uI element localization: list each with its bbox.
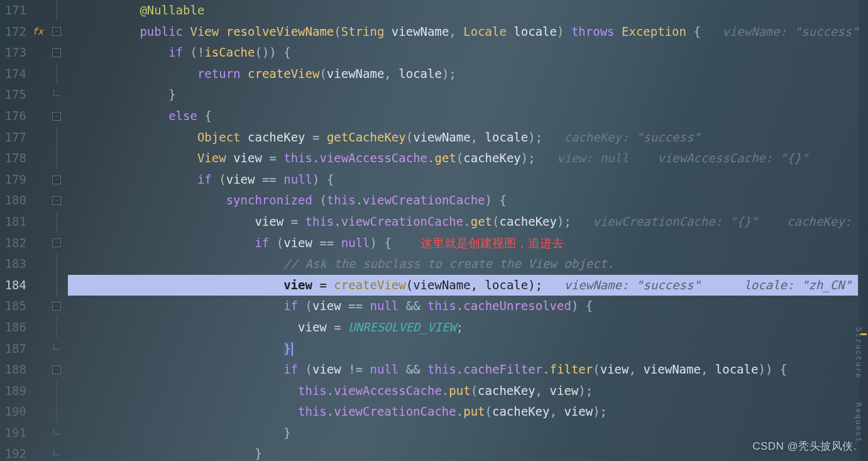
code-content[interactable]: return createView(viewName, locale);: [68, 64, 868, 85]
code-line[interactable]: 172fx− public View resolveViewName(Strin…: [0, 21, 868, 43]
line-number[interactable]: 179: [0, 169, 30, 191]
code-line[interactable]: 178 View view = this.viewAccessCache.get…: [0, 148, 868, 169]
code-content[interactable]: if (!isCache()) {: [68, 42, 868, 64]
line-number[interactable]: 171: [0, 0, 30, 21]
code-content[interactable]: this.viewAccessCache.put(cacheKey, view)…: [68, 380, 868, 402]
code-line[interactable]: 188− if (view != null && this.cacheFilte…: [0, 359, 868, 380]
code-line[interactable]: 179− if (view == null) {: [0, 169, 868, 191]
code-line[interactable]: 182− if (view == null) { 这里就是创建视图，追进去: [0, 233, 868, 254]
line-number[interactable]: 177: [0, 127, 30, 148]
code-content[interactable]: synchronized (this.viewCreationCache) {: [68, 190, 868, 211]
line-number[interactable]: 172: [0, 21, 30, 43]
line-number[interactable]: 188: [0, 359, 30, 380]
code-line[interactable]: 180− synchronized (this.viewCreationCach…: [0, 190, 868, 211]
fold-gutter[interactable]: −: [45, 42, 68, 64]
fold-gutter[interactable]: [45, 0, 68, 21]
code-line[interactable]: 189 this.viewAccessCache.put(cacheKey, v…: [0, 380, 868, 402]
fold-gutter[interactable]: −: [45, 190, 68, 211]
line-number[interactable]: 184: [0, 275, 30, 296]
fold-gutter[interactable]: [45, 423, 68, 444]
code-content[interactable]: if (view == null) { 这里就是创建视图，追进去: [68, 233, 868, 254]
fold-toggle-icon[interactable]: −: [52, 365, 61, 374]
code-content[interactable]: else {: [68, 106, 868, 127]
code-line[interactable]: 190 this.viewCreationCache.put(cacheKey,…: [0, 401, 868, 423]
line-number[interactable]: 185: [0, 296, 30, 317]
fold-toggle-icon[interactable]: −: [52, 27, 61, 36]
fold-toggle-icon[interactable]: −: [52, 175, 61, 184]
line-number[interactable]: 180: [0, 190, 30, 211]
code-line[interactable]: 191 }: [0, 423, 868, 444]
line-number[interactable]: 186: [0, 317, 30, 338]
code-content[interactable]: if (view == null) {: [68, 169, 868, 191]
fold-toggle-icon[interactable]: −: [52, 112, 61, 121]
tool-window-tab-structure[interactable]: Structure: [859, 327, 868, 379]
line-number[interactable]: 175: [0, 84, 30, 106]
code-editor[interactable]: 171 @Nullable172fx− public View resolveV…: [0, 0, 868, 461]
code-content[interactable]: Object cacheKey = getCacheKey(viewName, …: [68, 127, 868, 148]
line-number[interactable]: 176: [0, 106, 30, 127]
code-content[interactable]: @Nullable: [68, 0, 868, 21]
fold-gutter[interactable]: [45, 380, 68, 402]
line-number[interactable]: 189: [0, 380, 30, 402]
code-content[interactable]: if (view == null && this.cacheUnresolved…: [68, 296, 868, 317]
code-line[interactable]: 176− else {: [0, 106, 868, 127]
line-number[interactable]: 173: [0, 42, 30, 64]
fold-gutter[interactable]: [45, 84, 68, 106]
fold-gutter[interactable]: [45, 338, 68, 360]
fold-gutter[interactable]: [45, 253, 68, 275]
line-number[interactable]: 182: [0, 233, 30, 254]
code-line[interactable]: 174 return createView(viewName, locale);: [0, 64, 868, 85]
code-content[interactable]: }: [68, 423, 868, 444]
fold-toggle-icon[interactable]: −: [52, 48, 61, 57]
fold-gutter[interactable]: [45, 401, 68, 423]
fold-gutter[interactable]: [45, 64, 68, 85]
code-line[interactable]: 175 }: [0, 84, 868, 106]
fold-toggle-icon[interactable]: −: [52, 238, 61, 247]
code-line[interactable]: 187 }: [0, 338, 868, 360]
code-line[interactable]: 177 Object cacheKey = getCacheKey(viewNa…: [0, 127, 868, 148]
line-number[interactable]: 192: [0, 443, 30, 461]
line-number[interactable]: 190: [0, 401, 30, 423]
line-number[interactable]: 183: [0, 253, 30, 275]
code-line[interactable]: 184 view = createView(viewName, locale);…: [0, 275, 868, 296]
line-number[interactable]: 181: [0, 211, 30, 233]
code-content[interactable]: view = UNRESOLVED_VIEW;: [68, 317, 868, 338]
fold-gutter[interactable]: −: [45, 106, 68, 127]
scrollbar-track[interactable]: [859, 0, 868, 461]
code-content[interactable]: }: [68, 84, 868, 106]
code-content[interactable]: this.viewCreationCache.put(cacheKey, vie…: [68, 401, 868, 423]
fold-gutter[interactable]: [45, 317, 68, 338]
code-line[interactable]: 173− if (!isCache()) {: [0, 42, 868, 64]
code-content[interactable]: }: [68, 443, 868, 461]
code-line[interactable]: 186 view = UNRESOLVED_VIEW;: [0, 317, 868, 338]
fold-gutter[interactable]: −: [45, 359, 68, 380]
line-number[interactable]: 187: [0, 338, 30, 360]
line-number[interactable]: 174: [0, 64, 30, 85]
fold-gutter[interactable]: [45, 211, 68, 233]
fold-gutter[interactable]: −: [45, 233, 68, 254]
code-content[interactable]: }: [68, 338, 868, 360]
code-content[interactable]: if (view != null && this.cacheFilter.fil…: [68, 359, 868, 380]
fold-gutter[interactable]: [45, 443, 68, 461]
code-line[interactable]: 171 @Nullable: [0, 0, 868, 21]
code-line[interactable]: 185− if (view == null && this.cacheUnres…: [0, 296, 868, 317]
fold-toggle-icon[interactable]: −: [52, 196, 61, 205]
fold-gutter[interactable]: −: [45, 169, 68, 191]
line-number[interactable]: 191: [0, 423, 30, 444]
code-content[interactable]: view = createView(viewName, locale); vie…: [68, 275, 868, 296]
override-method-icon[interactable]: fx: [32, 21, 43, 43]
line-number[interactable]: 178: [0, 148, 30, 169]
code-content[interactable]: public View resolveViewName(String viewN…: [68, 21, 868, 43]
fold-gutter[interactable]: −: [45, 296, 68, 317]
code-line[interactable]: 183 // Ask the subclass to create the Vi…: [0, 253, 868, 275]
fold-gutter[interactable]: −: [45, 21, 68, 43]
code-content[interactable]: View view = this.viewAccessCache.get(cac…: [68, 148, 868, 169]
fold-toggle-icon[interactable]: −: [52, 302, 61, 311]
code-line[interactable]: 192 }: [0, 443, 868, 461]
fold-gutter[interactable]: [45, 127, 68, 148]
code-line[interactable]: 181 view = this.viewCreationCache.get(ca…: [0, 211, 868, 233]
code-content[interactable]: // Ask the subclass to create the View o…: [68, 253, 868, 275]
code-content[interactable]: view = this.viewCreationCache.get(cacheK…: [68, 211, 868, 233]
fold-gutter[interactable]: [45, 275, 68, 296]
fold-gutter[interactable]: [45, 148, 68, 169]
